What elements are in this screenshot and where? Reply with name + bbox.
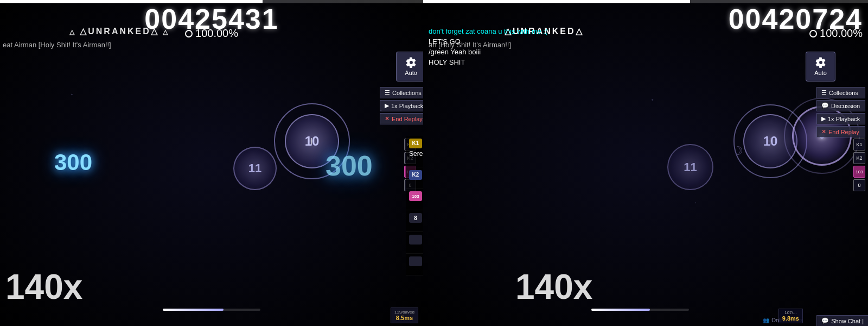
lb-entry-6: osu! 427,344 141x xyxy=(406,254,423,275)
bubble-icon-right: 💬 xyxy=(821,102,829,109)
lb-entry-4: 8 Sorega 19,921,476 1,019x xyxy=(406,210,423,232)
right-combo-value: 140x xyxy=(515,267,592,306)
left-300-center-popup: 300 xyxy=(326,149,373,182)
left-bottom-progress-fill xyxy=(163,309,224,311)
left-unranked-text: UNRANKED xyxy=(88,27,151,36)
chat-msg-2: LET'S GO xyxy=(429,37,678,46)
right-end-replay-label: End Replay xyxy=(828,129,859,135)
particle-1: ✦ xyxy=(71,92,73,96)
lb-entry-3: 103 Broccoly 19,927,248 1,008x xyxy=(406,189,423,211)
right-ui-buttons: ☰ Collections 💬 Discussion ▶ 1x Playback… xyxy=(816,87,865,137)
lb-entry-2: K2 JappyBabes 20,056,236 1,007x xyxy=(406,167,423,189)
right-playback-button[interactable]: ▶ 1x Playback xyxy=(816,113,865,124)
left-collections-label: Collections xyxy=(392,90,422,96)
lb-entry-5: _index 19,697,262 978x xyxy=(406,232,423,254)
left-auto-label: Auto xyxy=(405,70,417,76)
right-combo: 140x xyxy=(515,267,592,307)
lb-rank-1: K1 xyxy=(409,139,422,148)
left-300-popup: 300 xyxy=(54,149,92,175)
chat-msg-1: don't forget zat coana u this with me :( xyxy=(429,27,678,35)
chat-msg-3: /green Yeah boiii xyxy=(429,48,678,56)
x-icon-right: ✕ xyxy=(821,128,826,135)
left-timing-value: 8.5ms xyxy=(396,315,413,321)
play-icon-left: ▶ xyxy=(385,102,389,109)
right-playback-label: 1x Playback xyxy=(828,116,860,122)
particle-r2: ✦ xyxy=(694,201,697,204)
leaderboard: K1 My Angel Seren... 23,077,922 1,024x K… xyxy=(406,136,423,275)
left-song-title: eat Airman [Holy Shit! It's Airman!!] xyxy=(3,41,111,49)
moon-decoration: ☽ xyxy=(732,144,743,158)
people-icon: 👥 xyxy=(763,317,769,323)
left-bottom-progress xyxy=(163,309,260,311)
right-103-key: 103 xyxy=(853,166,865,178)
right-progress-bar-fill xyxy=(423,0,690,3)
right-collections-label: Collections xyxy=(829,90,858,96)
left-collections-button[interactable]: ☰ Collections xyxy=(380,87,423,98)
lb-rank-3: 103 xyxy=(409,191,422,201)
right-auto-button[interactable]: Auto xyxy=(806,52,835,82)
right-accuracy: 100.00% xyxy=(809,27,863,40)
right-discussion-button[interactable]: 💬 Discussion xyxy=(816,100,865,111)
right-accuracy-value: 100.00% xyxy=(820,27,863,40)
show-chat-label: Show Chat | xyxy=(831,318,864,324)
left-accuracy-value: 100.00% xyxy=(195,27,238,40)
left-auto-button[interactable]: Auto xyxy=(396,52,423,82)
chat-icon: 💬 xyxy=(821,317,829,324)
clock-icon-right xyxy=(809,30,817,37)
left-gear-icon xyxy=(406,57,417,68)
right-k1-key: K1 xyxy=(853,139,865,151)
chat-area: don't forget zat coana u this with me :(… xyxy=(429,27,678,68)
lb-rank-6 xyxy=(409,256,422,266)
right-gear-icon xyxy=(815,57,826,68)
clock-icon-left xyxy=(185,30,193,37)
right-key-indicators: K1 K2 103 8 xyxy=(853,139,865,191)
lb-rank-5 xyxy=(409,235,422,244)
right-bottom-progress-fill xyxy=(591,309,650,311)
show-chat-button[interactable]: 💬 Show Chat | xyxy=(816,315,868,326)
left-playback-label: 1x Playback xyxy=(391,103,423,109)
left-playback-button[interactable]: ▶ 1x Playback xyxy=(380,100,423,111)
left-timing-label: 119/saved xyxy=(394,310,414,315)
left-ui-buttons: ☰ Collections ▶ 1x Playback ✕ End Replay xyxy=(380,87,423,124)
right-bottom-progress xyxy=(591,309,689,311)
list-icon-right: ☰ xyxy=(821,89,827,96)
right-timing-label: 107/... xyxy=(784,310,796,315)
left-timing-box: 119/saved 8.5ms xyxy=(391,308,418,323)
particle-r1: ✦ xyxy=(651,98,654,102)
play-icon-right: ▶ xyxy=(821,115,826,122)
particle-2: ✦ xyxy=(380,109,382,112)
right-auto-label: Auto xyxy=(814,70,827,76)
right-discussion-label: Discussion xyxy=(831,103,860,109)
lb-rank-2: K2 xyxy=(409,170,422,180)
right-timing-box: 107/... 9.8ms xyxy=(778,309,803,323)
right-end-replay-button[interactable]: ✕ End Replay xyxy=(816,126,865,137)
chat-msg-4: HOLY SHIT xyxy=(429,58,678,66)
list-icon-left: ☰ xyxy=(385,89,390,96)
right-timing-value: 9.8ms xyxy=(782,315,799,322)
left-end-replay-button[interactable]: ✕ End Replay xyxy=(380,113,423,124)
hit-circle-11-right: 11 xyxy=(667,144,713,190)
lb-rank-4: 8 xyxy=(409,213,422,223)
lb-entry-1: K1 My Angel Seren... 23,077,922 1,024x xyxy=(406,136,423,167)
right-game-panel: 00420724 100.00% △UNRANKED△ an [Holy Shi… xyxy=(423,0,868,326)
left-unranked-badge: △UNRANKED△ xyxy=(69,26,169,36)
right-collections-button[interactable]: ☰ Collections xyxy=(816,87,865,98)
right-k2-key: K2 xyxy=(853,152,865,164)
x-icon-left: ✕ xyxy=(385,115,390,122)
left-accuracy: 100.00% xyxy=(185,27,238,40)
left-game-panel: 00425431 100.00% △UNRANKED△ eat Airman [… xyxy=(0,0,423,326)
right-8-key: 8 xyxy=(853,179,865,191)
hit-circle-11-left: 11 xyxy=(233,147,277,190)
left-combo: 140x xyxy=(5,267,82,307)
left-combo-value: 140x xyxy=(5,267,82,306)
left-end-replay-label: End Replay xyxy=(392,116,423,122)
